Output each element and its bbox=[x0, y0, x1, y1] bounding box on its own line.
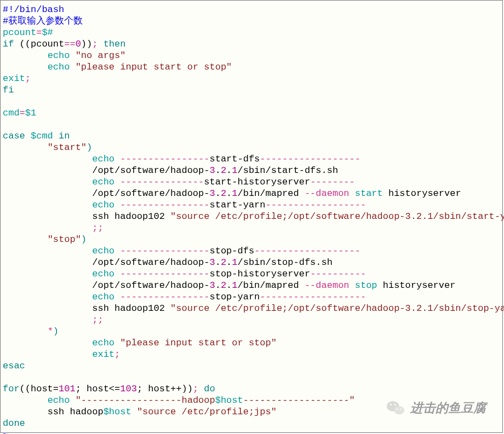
exit-kw: exit bbox=[92, 349, 114, 360]
ver-3: 3 bbox=[209, 188, 215, 199]
dash-b: ------------------- bbox=[260, 292, 366, 302]
txt-stop-dfs: stop-dfs bbox=[209, 246, 254, 256]
path-part: /opt/software/hadoop- bbox=[92, 280, 209, 291]
case-kw: case bbox=[3, 131, 25, 141]
hadoop102: hadoop102 bbox=[109, 211, 170, 222]
hadoop-txt: hadoop bbox=[181, 395, 215, 406]
dash-a: ---------------- bbox=[120, 292, 209, 302]
for-open: ((host= bbox=[20, 384, 59, 394]
dash-b: ------------------ bbox=[266, 200, 366, 210]
semi-then: ; bbox=[92, 39, 103, 49]
svg-point-4 bbox=[397, 409, 398, 410]
src-profile: source /etc/profile bbox=[176, 211, 282, 222]
txt-start-dfs: start-dfs bbox=[209, 154, 260, 164]
echo-kw: echo bbox=[92, 246, 114, 256]
ver-2: 2 bbox=[221, 280, 226, 291]
paren-close: ) bbox=[81, 234, 87, 245]
then-kw: then bbox=[104, 39, 126, 49]
hadoop102: hadoop102 bbox=[109, 303, 170, 314]
path-mapred: /bin/mapred bbox=[238, 188, 305, 199]
src-profile: source /etc/profile bbox=[176, 303, 282, 314]
double-eq: == bbox=[64, 39, 75, 49]
str-please: "please input start or stop" bbox=[76, 62, 232, 72]
hs-tok: historyserver bbox=[383, 188, 461, 199]
str-no-args: "no args" bbox=[76, 50, 126, 61]
ver-1: 1 bbox=[232, 257, 237, 268]
done-kw: done bbox=[3, 418, 25, 429]
for-close: ; host++)) bbox=[137, 384, 193, 394]
start-yarn-tail: /sbin/start-yarn.sh" bbox=[433, 211, 504, 222]
n103: 103 bbox=[120, 384, 137, 394]
dash-host-b: ------------------- bbox=[243, 395, 350, 406]
dash-a: --------------- bbox=[120, 177, 204, 187]
dash-host-a: ------------------ bbox=[81, 395, 182, 406]
echo-kw: echo bbox=[92, 154, 114, 164]
echo-kw: echo bbox=[92, 338, 114, 348]
dq: " bbox=[350, 395, 355, 406]
ver-2: 2 bbox=[221, 165, 226, 176]
ssh-tok: ssh bbox=[48, 407, 65, 417]
ssh-tok: ssh bbox=[92, 303, 109, 314]
ver-1: 1 bbox=[232, 188, 237, 199]
dash-b: ------------------- bbox=[254, 246, 360, 256]
editor-frame: #!/bin/bash #获取输入参数个数 pcount=$# if ((pco… bbox=[0, 0, 503, 433]
daemon-flag: --daemon bbox=[305, 280, 350, 291]
ver-1: 1 bbox=[232, 165, 237, 176]
eq-1: = bbox=[36, 27, 42, 38]
path-tail: /sbin/start-dfs.sh bbox=[238, 165, 339, 176]
if-kw: if bbox=[3, 39, 14, 49]
dash-a: ---------------- bbox=[120, 246, 209, 256]
watermark-text: 进击的鱼豆腐 bbox=[410, 400, 486, 416]
ver-3: 3 bbox=[209, 280, 215, 291]
ver-3: 3 bbox=[209, 257, 215, 268]
txt-start-yarn: start-yarn bbox=[209, 200, 265, 210]
dot: . bbox=[215, 280, 221, 291]
dot: . bbox=[215, 188, 221, 199]
n101: 101 bbox=[59, 384, 76, 394]
path-part: /opt/software/hadoop- bbox=[92, 165, 209, 176]
fi-kw: fi bbox=[3, 85, 14, 95]
if-test-close: )) bbox=[81, 39, 92, 49]
for-kw: for bbox=[3, 384, 20, 394]
for-mid: ; host<= bbox=[76, 384, 121, 394]
ssh-tok: ssh bbox=[92, 211, 109, 222]
svg-point-3 bbox=[394, 404, 396, 406]
path-part: /opt/software/hadoop- bbox=[92, 257, 209, 268]
txt-stop-hs: stop-historyserver bbox=[209, 269, 310, 279]
path-part: /opt/software/hadoop- bbox=[92, 188, 209, 199]
str-please: "please input start or stop" bbox=[120, 338, 277, 348]
dash-a: ---------------- bbox=[120, 269, 209, 279]
ver-2: 2 bbox=[221, 257, 226, 268]
dq: " bbox=[170, 303, 176, 314]
case-stop: "stop" bbox=[48, 234, 81, 245]
comment-line: #获取输入参数个数 bbox=[3, 16, 83, 26]
echo-kw: echo bbox=[92, 292, 114, 302]
paren-close: ) bbox=[53, 326, 59, 337]
ver-1: 1 bbox=[232, 280, 237, 291]
dash-a: ---------------- bbox=[120, 200, 209, 210]
jps-tail: ;jps" bbox=[249, 407, 277, 417]
daemon-flag: --daemon bbox=[305, 188, 350, 199]
tilde: ~ bbox=[3, 430, 8, 434]
dq: " bbox=[137, 407, 142, 417]
dollar-cmd: $cmd bbox=[31, 131, 53, 141]
start-tok: start bbox=[355, 188, 383, 199]
in-kw: in bbox=[59, 131, 70, 141]
esac-kw: esac bbox=[3, 361, 25, 371]
double-semi: ;; bbox=[92, 315, 103, 325]
if-test-open: ((pcount bbox=[14, 39, 64, 49]
dq: " bbox=[76, 395, 81, 406]
path-hadoop-str: ;/opt/software/hadoop-3.2.1 bbox=[282, 303, 433, 314]
exit-kw: exit bbox=[3, 73, 25, 84]
txt-stop-yarn: stop-yarn bbox=[209, 292, 260, 302]
path-tail: /sbin/stop-dfs.sh bbox=[238, 257, 333, 268]
path-hadoop-str: ;/opt/software/hadoop-3.2.1 bbox=[282, 211, 433, 222]
hs-tok: historyserver bbox=[377, 280, 456, 291]
shebang-line: #!/bin/bash bbox=[3, 4, 64, 15]
dot: . bbox=[215, 165, 221, 176]
svg-point-2 bbox=[390, 404, 392, 406]
dash-b: -------- bbox=[310, 177, 355, 187]
wechat-icon bbox=[386, 398, 405, 417]
var-pcount: pcount bbox=[3, 27, 36, 38]
watermark: 进击的鱼豆腐 bbox=[386, 398, 486, 417]
